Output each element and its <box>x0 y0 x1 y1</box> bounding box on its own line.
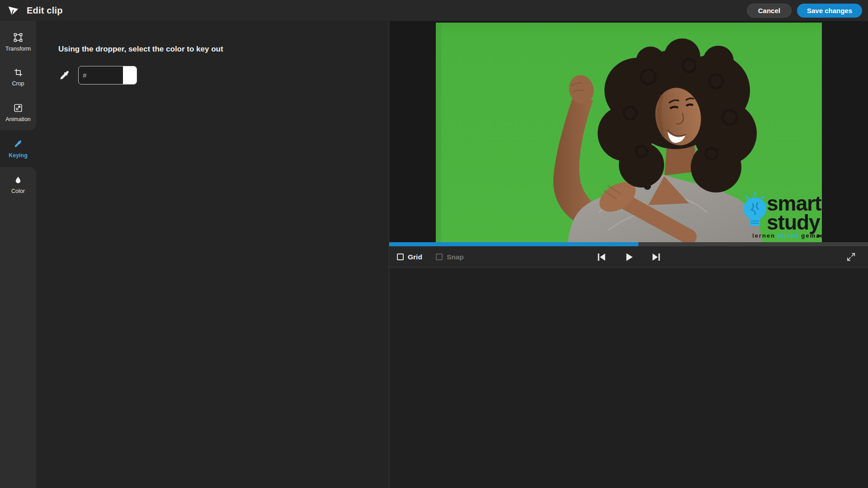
grid-toggle[interactable]: Grid <box>397 253 422 261</box>
transport-controls <box>596 246 662 267</box>
animation-icon <box>13 103 23 113</box>
progress-fill <box>389 242 638 246</box>
skip-to-end-button[interactable] <box>651 252 662 263</box>
keying-instruction: Using the dropper, select the color to k… <box>58 45 389 54</box>
video-preview[interactable]: smart study lernen leicht gemacht <box>436 23 822 242</box>
top-bar: Edit clip Cancel Save changes <box>0 0 868 21</box>
sidebar-item-transform[interactable]: Transform <box>0 24 36 60</box>
svg-text:lernen leicht: lernen leicht gemacht <box>752 232 822 239</box>
page-title: Edit clip <box>27 5 63 16</box>
sidebar-item-label: Color <box>11 188 25 194</box>
sidebar-item-label: Keying <box>9 152 28 159</box>
sidebar-item-animation[interactable]: Animation <box>0 95 36 130</box>
preview-pane: smart study lernen leicht gemacht <box>389 21 868 488</box>
snap-checkbox[interactable] <box>436 253 443 260</box>
snap-label: Snap <box>447 253 464 261</box>
sidebar-item-color[interactable]: Color <box>0 167 36 202</box>
key-color-swatch[interactable] <box>123 66 137 84</box>
sidebar-item-keying[interactable]: Keying <box>0 130 36 167</box>
smart-study-logo: smart study lernen leicht gemacht <box>743 192 822 239</box>
dropper-tool-button[interactable] <box>58 68 71 83</box>
cancel-button[interactable]: Cancel <box>747 4 792 18</box>
save-changes-button[interactable]: Save changes <box>797 4 862 18</box>
sidebar-item-label: Animation <box>5 116 31 122</box>
crop-icon <box>14 68 23 77</box>
fullscreen-expand-icon[interactable] <box>846 252 856 262</box>
app-logo-icon <box>6 4 20 17</box>
snap-toggle[interactable]: Snap <box>436 253 464 261</box>
sidebar-top-group: Transform Crop Animation <box>0 21 36 130</box>
skip-to-start-button[interactable] <box>596 252 607 263</box>
sidebar: Transform Crop Animation <box>0 21 36 488</box>
droplet-icon <box>14 176 23 185</box>
svg-text:study: study <box>767 211 821 234</box>
keying-panel: Using the dropper, select the color to k… <box>36 21 389 488</box>
playback-progress-bar[interactable] <box>389 242 868 246</box>
grid-label: Grid <box>408 253 422 261</box>
key-color-input[interactable] <box>79 66 122 84</box>
sidebar-item-label: Crop <box>12 80 24 87</box>
sidebar-item-crop[interactable]: Crop <box>0 60 36 95</box>
transform-icon <box>13 33 23 42</box>
timeline-area <box>389 267 868 488</box>
eyedropper-icon <box>13 139 23 149</box>
grid-checkbox[interactable] <box>397 253 404 260</box>
video-stage: smart study lernen leicht gemacht <box>389 21 868 242</box>
key-color-field <box>78 66 137 84</box>
play-button[interactable] <box>623 252 634 263</box>
sidebar-bottom-group: Color <box>0 167 36 488</box>
playback-controls-bar: Grid Snap <box>389 246 868 267</box>
sidebar-item-label: Transform <box>5 46 31 52</box>
